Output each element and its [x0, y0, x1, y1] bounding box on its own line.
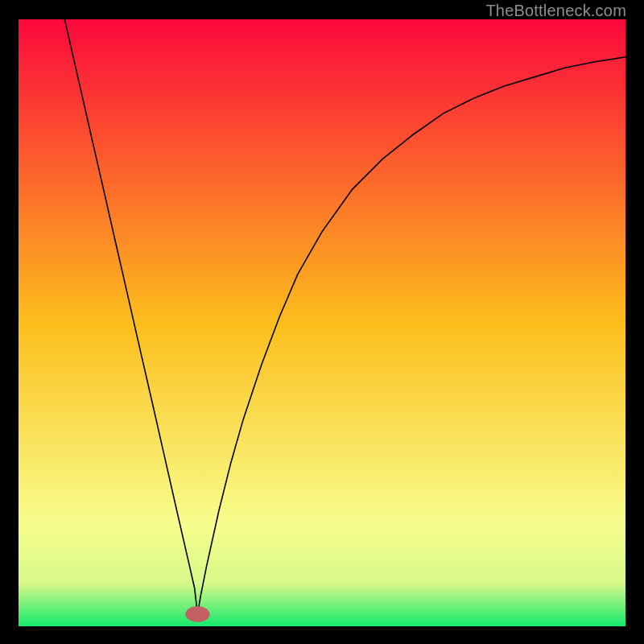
- watermark-label: TheBottleneck.com: [485, 2, 626, 20]
- chart-frame: [19, 19, 625, 626]
- gradient-bg: [19, 19, 625, 626]
- minimum-marker: [185, 606, 209, 622]
- chart-plot: [19, 19, 625, 626]
